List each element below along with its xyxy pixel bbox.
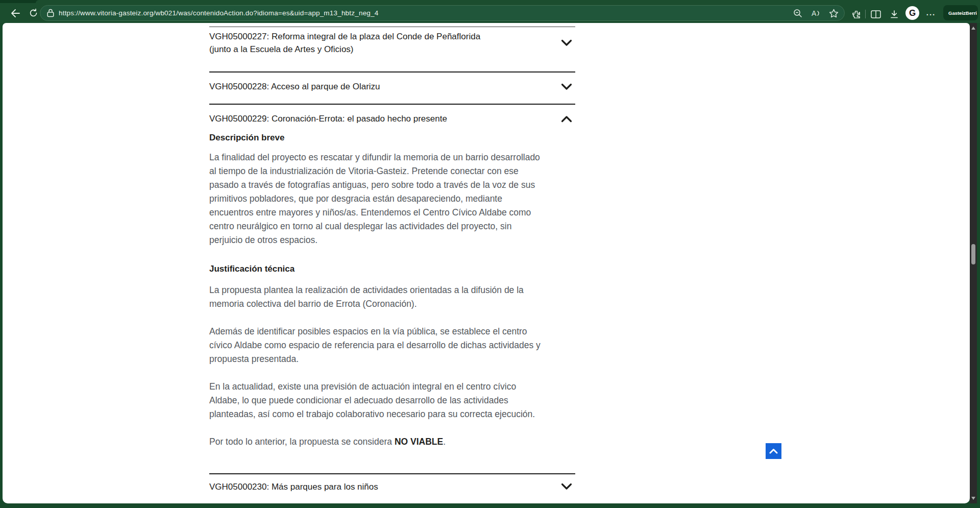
chevron-up-icon: [561, 115, 572, 123]
page-content: VGH05000227: Reforma integral de la plaz…: [3, 23, 970, 503]
split-screen-button[interactable]: [869, 7, 883, 21]
paragraph-justificacion-3: En la actualidad, existe una previsión d…: [209, 380, 546, 421]
browser-toolbar: https://www.vitoria-gasteiz.org/wb021/wa…: [0, 3, 980, 23]
chevron-down-icon: [561, 39, 572, 46]
accordion-body-229: Descripción breve La finalidad del proye…: [209, 131, 575, 449]
vertical-scrollbar[interactable]: [970, 23, 977, 503]
extensions-button[interactable]: [849, 7, 863, 21]
accordion-header-228[interactable]: VGH05000228: Acceso al parque de Olarizu: [209, 72, 575, 104]
accordion-header-230[interactable]: VGH05000230: Más parques para los niños: [209, 474, 575, 503]
accordion-item-227: VGH05000227: Reforma integral de la plaz…: [209, 27, 575, 71]
scrollbar-up-arrow[interactable]: [971, 27, 975, 30]
accordion-header-227[interactable]: VGH05000227: Reforma integral de la plaz…: [209, 27, 575, 71]
profile-button[interactable]: GasteizBerri: [943, 5, 978, 20]
paragraph-justificacion-2: Además de identificar posibles espacios …: [209, 325, 546, 366]
chevron-down-icon: [561, 83, 572, 90]
accordion-header-229[interactable]: VGH05000229: Coronación-Errota: el pasad…: [209, 105, 575, 125]
split-screen-icon: [871, 10, 881, 18]
paragraph-verdict: Por todo lo anterior, la propuesta se co…: [209, 435, 546, 449]
settings-more-button[interactable]: ...: [924, 7, 938, 21]
profile-label: GasteizBerri: [948, 10, 977, 16]
accordion-item-228: VGH05000228: Acceso al parque de Olarizu: [209, 71, 575, 104]
downloads-button[interactable]: [887, 7, 901, 21]
scrollbar-thumb[interactable]: [971, 244, 975, 264]
back-button[interactable]: [8, 6, 22, 20]
accordion-title: VGH05000228: Acceso al parque de Olarizu: [209, 80, 380, 93]
zoom-out-icon[interactable]: [792, 8, 803, 19]
toolbar-divider: [865, 10, 866, 18]
favorite-star-icon[interactable]: [828, 8, 839, 19]
scrollbar-down-arrow[interactable]: [971, 497, 975, 500]
svg-text:A: A: [812, 9, 817, 17]
accordion-title: VGH05000229: Coronación-Errota: el pasad…: [209, 112, 447, 125]
extensions-icon: [851, 10, 861, 19]
accordion-title: VGH05000227: Reforma integral de la plaz…: [209, 30, 495, 56]
accordion-title: VGH05000230: Más parques para los niños: [209, 480, 378, 493]
verdict-no-viable: NO VIABLE: [395, 437, 443, 447]
address-bar[interactable]: https://www.vitoria-gasteiz.org/wb021/wa…: [40, 5, 845, 21]
more-icon: ...: [926, 8, 936, 17]
url-text[interactable]: https://www.vitoria-gasteiz.org/wb021/wa…: [59, 9, 792, 17]
chevron-down-icon: [561, 483, 572, 490]
paragraph-descripcion: La finalidad del proyecto es rescatar y …: [209, 151, 546, 247]
proposals-accordion: VGH05000227: Reforma integral de la plaz…: [209, 27, 575, 503]
accordion-item-229: VGH05000229: Coronación-Errota: el pasad…: [209, 104, 575, 473]
refresh-icon: [29, 9, 38, 17]
chevron-up-icon: [769, 448, 778, 454]
read-aloud-icon[interactable]: A: [810, 8, 821, 19]
refresh-button[interactable]: [27, 6, 40, 20]
section-heading-descripcion-breve: Descripción breve: [209, 131, 575, 144]
back-icon: [11, 9, 20, 17]
downloads-icon: [890, 10, 899, 19]
paragraph-justificacion-1: La propuesta plantea la realización de a…: [209, 283, 546, 311]
section-heading-justificacion-tecnica: Justificación técnica: [209, 262, 575, 275]
lock-icon: [47, 9, 54, 17]
back-to-top-button[interactable]: [766, 443, 781, 459]
accordion-item-230: VGH05000230: Más parques para los niños: [209, 473, 575, 503]
g-extension-badge[interactable]: G: [905, 6, 919, 20]
